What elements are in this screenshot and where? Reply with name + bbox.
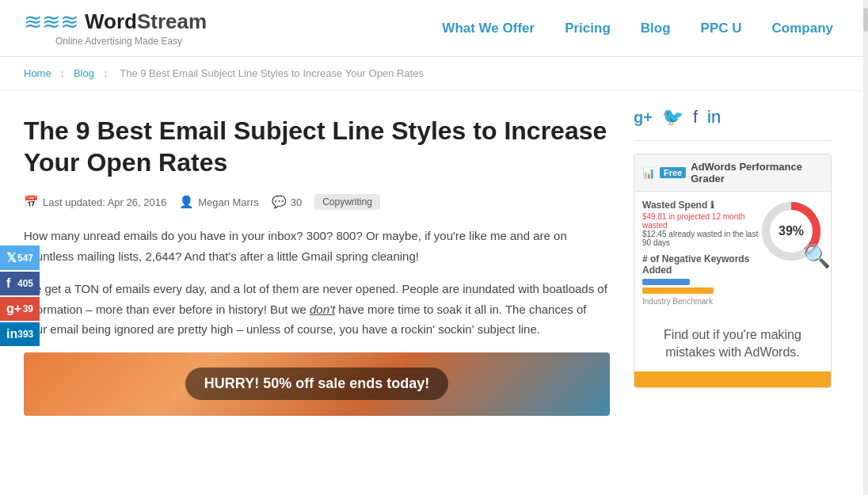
social-gplus-button[interactable]: g+ 39 [0,297,40,321]
wasted-sub2: $12.45 already wasted in the last 90 day… [642,230,760,247]
sidebar-gplus-icon[interactable]: g+ [634,109,653,127]
bar-blue [642,279,690,285]
donut-chart-area: 39% 🔍 [760,200,823,263]
sidebar-linkedin-icon[interactable]: in [707,107,721,128]
wasted-sub: $49.81 in projected 12 month wasted [642,212,760,230]
twitter-icon: 𝕏 [6,250,17,265]
social-twitter-button[interactable]: 𝕏 547 [0,246,40,270]
ad-banner-inner: HURRY! 50% off sale ends today! [185,367,448,400]
social-linkedin-button[interactable]: in 393 [0,322,40,346]
wasted-spend-label: Wasted Spend ℹ [642,200,760,211]
article-body: How many unread emails do you have in yo… [24,226,610,340]
magnifier-icon: 🔍 [803,243,831,269]
meta-comments-count: 30 [291,196,302,208]
bar-orange [642,287,714,294]
twitter-count: 547 [17,253,33,264]
facebook-count: 405 [17,278,33,289]
main-nav: What We Offer Pricing Blog PPC U Company [431,16,844,41]
adwords-cta-button[interactable] [634,371,831,387]
article-para-1: How many unread emails do you have in yo… [24,226,610,266]
sidebar: g+ 🐦 f in 📊 Free AdWords Performance Gra… [634,107,832,416]
logo-area: ≋≋≋ WordStream Online Advertising Made E… [24,10,207,47]
breadcrumb-blog[interactable]: Blog [74,67,94,79]
gplus-count: 39 [23,303,33,314]
facebook-icon: f [6,276,10,291]
nav-pricing[interactable]: Pricing [554,16,622,41]
meta-date-text: Last updated: Apr 26, 2016 [43,196,166,208]
chart-icon: 📊 [642,167,655,179]
comment-icon: 💬 [272,195,287,209]
breadcrumb-sep1: ： [57,67,67,79]
breadcrumb-current: The 9 Best Email Subject Line Styles to … [120,67,424,79]
info-icon: ℹ [710,200,714,211]
industry-label: Industry Benchmark [642,297,760,306]
nav-what-we-offer[interactable]: What We Offer [431,16,546,41]
meta-bar: 📅 Last updated: Apr 26, 2016 👤 Megan Mar… [24,194,610,210]
meta-author-text: Megan Marrs [198,196,259,208]
breadcrumb-sep2: ： [101,67,111,79]
nav-company[interactable]: Company [761,16,844,41]
social-facebook-button[interactable]: f 405 [0,272,40,295]
sidebar-twitter-icon[interactable]: 🐦 [662,107,683,128]
ad-banner-text: HURRY! 50% off sale ends today! [204,375,429,391]
header: ≋≋≋ WordStream Online Advertising Made E… [0,0,868,57]
keywords-label: # of Negative Keywords Added [642,253,760,276]
gplus-icon: g+ [6,302,21,316]
sidebar-facebook-icon[interactable]: f [693,107,698,128]
person-icon: 👤 [179,195,194,209]
logo-waves-icon: ≋≋≋ [24,11,78,33]
adwords-widget-header: 📊 Free AdWords Performance Grader [634,154,831,192]
meta-author: 👤 Megan Marrs [179,195,259,209]
article-title: The 9 Best Email Subject Line Styles to … [24,115,610,178]
content-area: The 9 Best Email Subject Line Styles to … [24,107,610,416]
breadcrumb: Home ： Blog ： The 9 Best Email Subject L… [0,57,868,91]
social-sidebar: 𝕏 547 f 405 g+ 39 in 393 [0,246,40,348]
breadcrumb-home[interactable]: Home [24,67,51,79]
adwords-metrics-left: Wasted Spend ℹ $49.81 in projected 12 mo… [642,200,760,306]
linkedin-count: 393 [17,329,33,340]
nav-ppc-u[interactable]: PPC U [690,16,753,41]
adwords-cta-text: Find out if you're making mistakes with … [634,314,831,371]
logo-tagline: Online Advertising Made Easy [55,36,207,47]
nav-blog[interactable]: Blog [630,16,682,41]
donut-percent-label: 39% [779,224,804,238]
sidebar-social-icons: g+ 🐦 f in [634,107,832,141]
adwords-widget-body: Wasted Spend ℹ $49.81 in projected 12 mo… [634,192,831,314]
meta-comments: 💬 30 [272,195,302,209]
meta-date: 📅 Last updated: Apr 26, 2016 [24,195,166,209]
free-badge: Free [660,167,686,178]
adwords-widget-title: AdWords Performance Grader [691,161,823,185]
adwords-bars [642,279,760,294]
italic-word: don't [310,303,335,316]
scrollbar[interactable] [863,0,868,432]
donut-wrapper: 39% 🔍 [760,200,823,263]
logo-text: WordStream [85,10,207,34]
calendar-icon: 📅 [24,195,39,209]
article-para-2: We get a TON of emails every day, and a … [24,279,610,340]
adwords-widget: 📊 Free AdWords Performance Grader Wasted… [634,154,832,388]
linkedin-icon: in [6,327,17,341]
tag-badge[interactable]: Copywriting [314,194,380,210]
ad-banner: HURRY! 50% off sale ends today! [24,352,610,416]
